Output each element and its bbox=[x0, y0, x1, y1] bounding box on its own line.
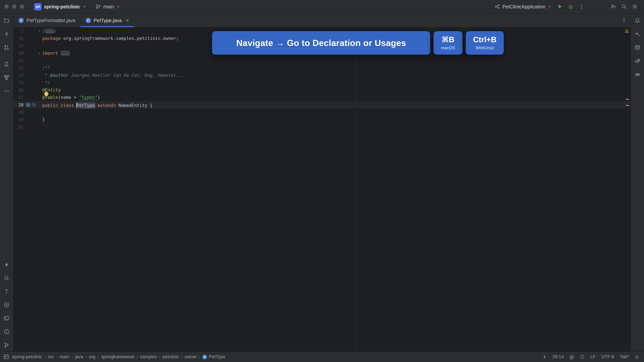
fold-marker[interactable] bbox=[38, 27, 42, 35]
code-token: extends bbox=[98, 103, 118, 108]
breadcrumb-item[interactable]: src bbox=[48, 354, 54, 359]
caret-position[interactable]: 28:14 bbox=[552, 354, 564, 359]
fold-marker bbox=[38, 86, 42, 94]
line-number[interactable]: 17 bbox=[14, 42, 24, 50]
code-with-me-button[interactable] bbox=[609, 2, 618, 11]
close-icon[interactable]: × bbox=[126, 17, 129, 23]
project-window-icon[interactable] bbox=[3, 354, 9, 360]
power-save-icon[interactable] bbox=[542, 355, 547, 359]
line-number[interactable]: 1 bbox=[14, 27, 24, 35]
breadcrumb-item[interactable]: main bbox=[60, 354, 70, 359]
editor[interactable]: 1/.../16package org.springframework.samp… bbox=[14, 27, 630, 351]
code-text[interactable]: @Table(name = "types") bbox=[42, 94, 630, 101]
breadcrumb-item[interactable]: java bbox=[75, 354, 84, 359]
highlighting-level-icon[interactable] bbox=[580, 355, 584, 359]
search-icon[interactable] bbox=[2, 274, 11, 282]
zoom-button[interactable] bbox=[20, 4, 24, 9]
inspections-widget[interactable] bbox=[624, 28, 629, 33]
lock-icon[interactable] bbox=[634, 355, 639, 359]
code-text[interactable]: @Entity bbox=[42, 86, 630, 94]
bookmarks-icon[interactable] bbox=[2, 60, 11, 68]
close-button[interactable] bbox=[4, 4, 9, 9]
shortcut-keys: ⌘B bbox=[442, 36, 454, 43]
navigate-gutter-icon[interactable] bbox=[32, 103, 36, 107]
line-number[interactable]: 24 bbox=[14, 72, 24, 79]
breadcrumb-separator: › bbox=[71, 354, 73, 360]
ai-assistant-icon[interactable] bbox=[633, 29, 642, 38]
project-widget[interactable]: SP spring-petclinic bbox=[32, 1, 88, 11]
bell-icon[interactable] bbox=[633, 16, 642, 25]
breadcrumb-item[interactable]: petclinic bbox=[162, 354, 179, 359]
editor-tab[interactable]: CPetType.java× bbox=[80, 13, 134, 27]
line-number[interactable]: 29 bbox=[14, 109, 24, 116]
run-button[interactable] bbox=[556, 2, 564, 11]
lightning-icon[interactable] bbox=[2, 260, 11, 269]
code-text[interactable]: public class PetType extends NamedEntity… bbox=[42, 101, 630, 109]
line-number[interactable]: 25 bbox=[14, 79, 24, 86]
maven-icon[interactable]: m bbox=[633, 70, 642, 78]
chevron-down-icon bbox=[82, 4, 86, 8]
project-icon: SP bbox=[34, 3, 42, 10]
code-text[interactable] bbox=[42, 109, 630, 116]
line-number[interactable]: 22 bbox=[14, 57, 24, 64]
version-control-icon[interactable] bbox=[2, 341, 11, 349]
code-text[interactable] bbox=[42, 123, 630, 131]
code-text[interactable]: /** bbox=[42, 64, 630, 72]
commit-icon[interactable] bbox=[2, 29, 11, 38]
project-name: spring-petclinic bbox=[44, 4, 80, 9]
breadcrumb-item[interactable]: CPetType bbox=[202, 354, 226, 359]
breadcrumb-item[interactable]: samples bbox=[140, 354, 157, 359]
pull-request-icon[interactable] bbox=[2, 43, 11, 52]
entity-gutter-icon[interactable] bbox=[26, 103, 30, 107]
breadcrumb-item[interactable]: org bbox=[89, 354, 96, 359]
code-text[interactable]: } bbox=[42, 116, 630, 123]
intention-bulb-icon[interactable] bbox=[44, 92, 48, 96]
debug-button[interactable] bbox=[566, 2, 575, 11]
code-line-22: 22 bbox=[14, 57, 630, 64]
code-token: Juergen Hoeller Can be Cat, Dog, Hamster… bbox=[69, 73, 184, 78]
line-number[interactable]: 28 bbox=[14, 101, 24, 109]
more-options-button[interactable] bbox=[577, 2, 586, 11]
run-config-widget[interactable]: PetClinicApplication bbox=[492, 2, 554, 11]
folder-icon[interactable] bbox=[2, 16, 11, 25]
breadcrumb-item[interactable]: owner bbox=[184, 354, 197, 359]
gradle-icon[interactable] bbox=[633, 56, 642, 65]
line-number[interactable]: 16 bbox=[14, 35, 24, 42]
gutter bbox=[24, 35, 38, 42]
line-number[interactable]: 18 bbox=[14, 50, 24, 57]
line-number[interactable]: 31 bbox=[14, 123, 24, 131]
breadcrumb-item[interactable]: spring-petclinic bbox=[12, 354, 42, 359]
indent-style[interactable]: Tab* bbox=[620, 354, 629, 359]
code-text[interactable]: */ bbox=[42, 79, 630, 86]
code-token bbox=[95, 103, 98, 108]
database-icon[interactable] bbox=[633, 43, 642, 52]
problems-icon[interactable] bbox=[2, 327, 11, 336]
annotation-icon[interactable]: @ bbox=[569, 354, 574, 360]
warning-stripe-mark[interactable] bbox=[626, 99, 629, 100]
code-text[interactable]: * @author Juergen Hoeller Can be Cat, Do… bbox=[42, 72, 630, 79]
gutter bbox=[24, 42, 38, 50]
breadcrumb-item[interactable]: springframework bbox=[101, 354, 134, 359]
fold-marker[interactable] bbox=[38, 50, 42, 57]
branch-widget[interactable]: main bbox=[93, 2, 122, 11]
search-everywhere-button[interactable] bbox=[620, 2, 628, 11]
line-number[interactable]: 23 bbox=[14, 64, 24, 72]
services-icon[interactable] bbox=[2, 300, 11, 309]
more-horizontal-icon[interactable] bbox=[2, 86, 11, 95]
code-token: / bbox=[54, 28, 57, 33]
settings-button[interactable] bbox=[630, 2, 639, 11]
left-tool-stripe bbox=[0, 13, 14, 351]
tab-options-button[interactable] bbox=[620, 16, 628, 25]
structure-icon[interactable] bbox=[2, 73, 11, 82]
line-separator[interactable]: LF bbox=[590, 354, 596, 359]
line-number[interactable]: 27 bbox=[14, 94, 24, 101]
line-number[interactable]: 30 bbox=[14, 116, 24, 123]
warning-stripe-mark[interactable] bbox=[626, 105, 629, 106]
text-tool-icon[interactable] bbox=[2, 287, 11, 296]
code-text[interactable] bbox=[42, 57, 630, 64]
editor-tab[interactable]: CPetTypeFormatter.java bbox=[14, 13, 80, 27]
line-number[interactable]: 26 bbox=[14, 86, 24, 94]
file-encoding[interactable]: UTF-8 bbox=[601, 354, 614, 359]
minimize-button[interactable] bbox=[12, 4, 16, 9]
terminal-icon[interactable] bbox=[2, 314, 11, 323]
